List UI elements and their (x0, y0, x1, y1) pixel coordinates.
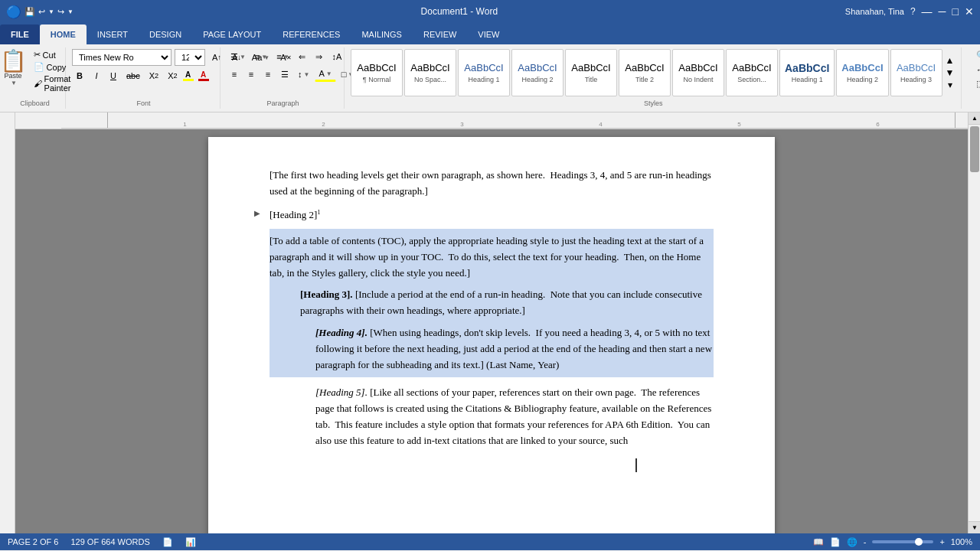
clipboard-group-content: 📋 Paste ▼ ✂ Cut 📄 Copy 🖌 Format Painter (0, 49, 73, 96)
tab-insert[interactable]: INSERT (87, 24, 139, 44)
style-section[interactable]: AaBbCcI Section... (726, 49, 778, 96)
paste-dropdown[interactable]: ▼ (11, 80, 17, 86)
numbering-button[interactable]: ≡▼ (251, 49, 271, 64)
align-left-button[interactable]: ≡ (227, 67, 242, 82)
font-size-select[interactable]: 12 (175, 49, 205, 66)
document-scroll-area[interactable]: [The first two heading levels get their … (15, 129, 968, 533)
style-title2[interactable]: AaBbCcI Title 2 (619, 49, 671, 96)
style-no-space[interactable]: AaBbCcI No Spac... (404, 49, 456, 96)
footnote-marker: 1 (317, 209, 320, 216)
style-title[interactable]: AaBbCcI Title (565, 49, 617, 96)
style-no-indent[interactable]: AaBbCcI No Indent (672, 49, 724, 96)
text-highlight-button[interactable]: A (183, 70, 194, 81)
view-web-icon[interactable]: 🌐 (847, 537, 858, 547)
multilevel-list-button[interactable]: ≡▼ (273, 49, 292, 64)
zoom-level[interactable]: 100% (951, 537, 972, 546)
subscript-button[interactable]: X2 (145, 68, 162, 83)
paragraph-4[interactable]: [Heading 3]. [Include a period at the en… (300, 287, 714, 319)
zoom-out-button[interactable]: - (864, 537, 867, 546)
shading-button[interactable]: A▼ (315, 67, 335, 82)
user-name: Shanahan, Tina (845, 7, 904, 16)
tab-page-layout[interactable]: PAGE LAYOUT (192, 24, 272, 44)
style-heading1-gallery[interactable]: AaBbCcI Heading 1 (458, 49, 510, 96)
styles-down-icon[interactable]: ▼ (946, 67, 955, 78)
tab-design[interactable]: DESIGN (139, 24, 192, 44)
style-heading1-preview: AaBbCcI (464, 62, 503, 74)
view-print-icon[interactable]: 📄 (830, 537, 841, 547)
styles-expand-icon[interactable]: ▾ (948, 80, 952, 90)
styles-gallery: AaBbCcI ¶ Normal AaBbCcI No Spac... AaBb… (351, 49, 956, 96)
paragraph-6[interactable]: [Heading 5]. [Like all sections of your … (315, 385, 714, 448)
redo-icon[interactable]: ↪ (57, 7, 64, 17)
scroll-down-button[interactable]: ▼ (969, 521, 980, 533)
restore-button[interactable]: □ (952, 5, 959, 18)
style-h2[interactable]: AaBbCcI Heading 2 (836, 49, 888, 96)
tab-references[interactable]: REFERENCES (272, 24, 351, 44)
cut-label: Cut (43, 51, 56, 60)
line-spacing-button[interactable]: ↕▼ (294, 67, 313, 82)
paste-button[interactable]: 📋 Paste ▼ (0, 49, 30, 88)
vertical-scrollbar[interactable]: ▲ ▼ (968, 112, 980, 533)
select-icon: ⬚ (976, 79, 980, 89)
close-button[interactable]: ✕ (965, 5, 974, 18)
scroll-up-button[interactable]: ▲ (969, 112, 980, 125)
track-changes-icon[interactable]: 📊 (185, 537, 196, 547)
decrease-indent-button[interactable]: ⇐ (295, 49, 310, 64)
selected-content-block[interactable]: [To add a table of contents (TOC), apply… (270, 229, 714, 377)
select-button[interactable]: ⬚ Select = (973, 77, 980, 90)
help-icon[interactable]: ? (910, 6, 916, 17)
language-icon[interactable]: 📄 (162, 537, 173, 547)
scroll-thumb[interactable] (970, 126, 979, 172)
superscript-button[interactable]: X2 (164, 68, 181, 83)
tab-mailings[interactable]: MAILINGS (351, 24, 413, 44)
minimize-button[interactable]: ─ (939, 5, 946, 18)
quick-access-more[interactable]: ▼ (67, 8, 74, 15)
undo-arrow[interactable]: ▼ (48, 8, 54, 15)
paragraph-3[interactable]: [To add a table of contents (TOC), apply… (270, 233, 714, 281)
paragraph-row1: ☰▼ ≡▼ ≡▼ ⇐ ⇒ ↕A ¶ (227, 49, 362, 64)
style-heading2-gallery[interactable]: AaBbCcI Heading 2 (511, 49, 564, 96)
ruler: 1 2 3 4 5 6 (15, 112, 968, 129)
align-center-button[interactable]: ≡ (243, 67, 259, 82)
italic-button[interactable]: I (89, 68, 104, 83)
paragraph-1[interactable]: [The first two heading levels get their … (270, 168, 714, 200)
style-h3[interactable]: AaBbCcI Heading 3 (890, 49, 942, 96)
align-right-button[interactable]: ≡ (260, 67, 276, 82)
zoom-slider[interactable] (872, 540, 933, 543)
heading2-block[interactable]: ▶ [Heading 2]1 (270, 209, 714, 221)
justify-button[interactable]: ☰ (277, 67, 292, 82)
style-title-name: Title (585, 76, 598, 83)
underline-button[interactable]: U (106, 68, 121, 83)
clipboard-label: Clipboard (20, 98, 50, 107)
increase-indent-button[interactable]: ⇒ (312, 49, 327, 64)
heading2-text[interactable]: [Heading 2]1 (270, 209, 714, 221)
collapse-marker[interactable]: ▶ (254, 209, 260, 217)
style-h1[interactable]: AaBbCcI Heading 1 (779, 49, 835, 96)
sort-button[interactable]: ↕A (328, 49, 346, 64)
document-page[interactable]: [The first two heading levels get their … (208, 137, 775, 533)
zoom-thumb[interactable] (915, 538, 923, 546)
tab-file[interactable]: FILE (0, 24, 40, 44)
zoom-in-button[interactable]: + (939, 537, 944, 546)
undo-icon[interactable]: ↩ (38, 7, 45, 17)
bold-button[interactable]: B (72, 68, 87, 83)
paragraph-5[interactable]: [Heading 4]. [When using headings, don't… (315, 325, 714, 373)
ribbon-toggle-icon[interactable]: — (922, 5, 933, 18)
styles-up-icon[interactable]: ▲ (946, 55, 955, 66)
find-button[interactable]: 🔍 Find ▼ (973, 49, 980, 62)
style-normal[interactable]: AaBbCcI ¶ Normal (351, 49, 403, 96)
view-read-icon[interactable]: 📖 (813, 537, 824, 547)
tab-home[interactable]: HOME (40, 24, 87, 44)
styles-scroll[interactable]: ▲ ▼ ▾ (944, 55, 956, 90)
save-icon[interactable]: 💾 (24, 7, 35, 17)
paragraph-row2: ≡ ≡ ≡ ☰ ↕▼ A▼ □▼ (227, 67, 358, 82)
bullets-button[interactable]: ☰▼ (227, 49, 250, 64)
strikethrough-button[interactable]: abc (122, 68, 144, 83)
font-name-select[interactable]: Times New Ro (72, 49, 172, 66)
tab-review[interactable]: REVIEW (413, 24, 467, 44)
tab-view[interactable]: VIEW (467, 24, 510, 44)
font-color-button[interactable]: A (198, 70, 209, 81)
scroll-track[interactable] (969, 125, 980, 521)
replace-button[interactable]: ↔ Replace (973, 64, 980, 76)
heading3-text: [Heading 3]. (300, 289, 353, 300)
